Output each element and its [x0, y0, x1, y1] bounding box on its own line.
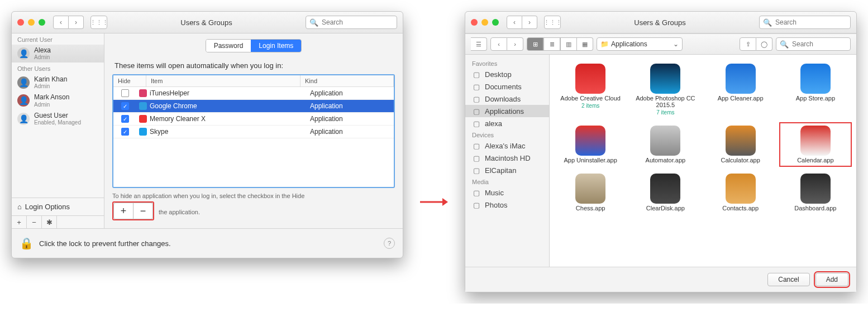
back-button[interactable]: ‹ — [53, 16, 69, 29]
sidebar-item[interactable]: ▢Macintosh HD — [465, 152, 549, 164]
hide-checkbox[interactable] — [121, 89, 129, 97]
close-icon[interactable] — [17, 19, 24, 26]
app-item[interactable]: ClearDisk.app — [629, 170, 702, 215]
app-item[interactable]: App Cleaner.app — [704, 60, 777, 119]
add-user-button[interactable]: + — [12, 216, 27, 228]
sidebar-item[interactable]: ▢Applications — [465, 105, 549, 117]
folder-icon: 📁 — [600, 40, 609, 48]
add-button[interactable]: Add — [815, 273, 848, 286]
lock-icon[interactable]: 🔒 — [20, 237, 34, 250]
search-icon: 🔍 — [780, 40, 789, 49]
devices-header: Devices — [465, 129, 549, 139]
back-button[interactable]: ‹ — [507, 16, 522, 29]
forward-button[interactable]: › — [522, 16, 537, 29]
app-item[interactable]: App Uninstaller.app — [554, 122, 627, 167]
table-row[interactable]: ✓ Google Chrome Application — [113, 100, 394, 113]
tags-button[interactable]: ◯ — [756, 37, 772, 51]
cancel-button[interactable]: Cancel — [767, 273, 809, 286]
folder-icon: ▢ — [472, 188, 481, 197]
search-input[interactable] — [321, 18, 393, 27]
app-item[interactable]: Automator.app — [629, 122, 702, 167]
sidebar-item[interactable]: ▢Downloads — [465, 93, 549, 105]
app-icon — [726, 64, 756, 94]
search-field[interactable]: 🔍 — [306, 16, 397, 29]
app-item[interactable]: App Store.app — [779, 60, 852, 119]
app-name: Adobe Photoshop CC 2015.5 — [632, 95, 698, 108]
share-button[interactable]: ⇪ — [740, 37, 756, 51]
tab-password[interactable]: Password — [206, 40, 251, 52]
current-user-header: Current User — [12, 33, 104, 45]
zoom-icon[interactable] — [492, 19, 499, 26]
user-row[interactable]: 👤 Guest UserEnabled, Managed — [12, 110, 104, 128]
finder-search[interactable]: 🔍 — [776, 37, 851, 51]
help-button[interactable]: ? — [384, 238, 395, 249]
app-item[interactable]: Calendar.app — [779, 122, 852, 167]
user-row[interactable]: 👤 Karin KhanAdmin — [12, 74, 104, 92]
house-icon: ⌂ — [17, 203, 22, 211]
app-name: Contacts.app — [722, 205, 759, 211]
hide-checkbox[interactable]: ✓ — [121, 115, 129, 123]
path-popup[interactable]: 📁 Applications ⌄ — [597, 37, 683, 51]
user-sidebar: Current User 👤 AlexaAdmin Other Users 👤 … — [12, 33, 104, 228]
user-row-current[interactable]: 👤 AlexaAdmin — [12, 45, 104, 62]
app-item[interactable]: Calculator.app — [704, 122, 777, 167]
app-icon — [726, 126, 756, 156]
hide-checkbox[interactable]: ✓ — [121, 128, 129, 136]
finder-toolbar: ☰ ‹› ⊞ ≣ ▥ ▦ 📁 Applications ⌄ ⇪◯ 🔍 — [465, 33, 856, 55]
tab-login-items[interactable]: Login Items — [251, 40, 301, 52]
app-item[interactable]: Adobe Creative Cloud 2 items — [554, 60, 627, 119]
app-icon — [800, 64, 831, 94]
table-row[interactable]: iTunesHelper Application — [113, 87, 394, 100]
sidebar-item[interactable]: ▢alexa — [465, 117, 549, 129]
app-item[interactable]: Adobe Photoshop CC 2015.5 7 items — [629, 60, 702, 119]
gear-button[interactable]: ✱ — [42, 216, 57, 228]
sidebar-item[interactable]: ▢Photos — [465, 199, 549, 211]
login-options[interactable]: ⌂ Login Options — [12, 198, 104, 215]
show-all-button[interactable]: ⋮⋮⋮ — [90, 16, 107, 29]
lock-row: 🔒 Click the lock to prevent further chan… — [12, 228, 403, 258]
view-columns[interactable]: ▥ — [560, 37, 577, 51]
zoom-icon[interactable] — [39, 19, 45, 26]
remove-item-button[interactable]: − — [133, 203, 153, 219]
prefs-window: ‹ › ⋮⋮⋮ Users & Groups 🔍 Current User 👤 … — [11, 11, 403, 258]
table-row[interactable]: ✓ Memory Cleaner X Application — [113, 113, 394, 126]
sidebar-item[interactable]: ▢Alexa's iMac — [465, 139, 549, 152]
folder-icon: ▢ — [472, 153, 481, 162]
view-icons[interactable]: ⊞ — [527, 37, 543, 51]
sidebar-item[interactable]: ▢ElCapitan — [465, 164, 549, 176]
app-icon — [575, 174, 605, 204]
sidebar-item[interactable]: ▢Desktop — [465, 68, 549, 80]
add-item-button[interactable]: + — [113, 203, 133, 219]
view-gallery[interactable]: ▦ — [577, 37, 593, 51]
forward-button[interactable]: › — [69, 16, 84, 29]
minimize-icon[interactable] — [28, 19, 35, 26]
search-field[interactable]: 🔍 — [759, 16, 851, 29]
folder-icon: ▢ — [472, 107, 481, 116]
search-icon: 🔍 — [763, 18, 772, 27]
sidebar-item[interactable]: ▢Documents — [465, 80, 549, 93]
avatar-icon: 👤 — [17, 113, 30, 125]
app-item[interactable]: Contacts.app — [704, 170, 777, 215]
view-list[interactable]: ≣ — [543, 37, 560, 51]
user-row[interactable]: 👤 Mark AnsonAdmin — [12, 92, 104, 109]
app-item[interactable]: Chess.app — [554, 170, 627, 215]
sidebar-toggle[interactable]: ☰ — [471, 37, 487, 51]
remove-user-button[interactable]: − — [27, 216, 42, 228]
app-item[interactable]: Dashboard.app — [779, 170, 852, 215]
hide-checkbox[interactable]: ✓ — [121, 102, 129, 110]
minimize-icon[interactable] — [481, 19, 488, 26]
app-icon — [139, 128, 147, 136]
folder-icon: ▢ — [472, 70, 481, 79]
arrow-icon — [420, 196, 448, 208]
item-kind: Application — [306, 102, 394, 110]
app-name: Calendar.app — [797, 157, 833, 163]
table-row[interactable]: ✓ Skype Application — [113, 126, 394, 138]
close-icon[interactable] — [471, 19, 478, 26]
show-all-button[interactable]: ⋮⋮⋮ — [544, 16, 561, 29]
titlebar: ‹› ⋮⋮⋮ Users & Groups 🔍 — [465, 12, 856, 33]
nav-back[interactable]: ‹ — [490, 37, 507, 51]
hide-hint-line2: the application. — [159, 209, 200, 215]
login-items-table: Hide Item Kind iTunesHelper Application✓… — [112, 74, 395, 188]
sidebar-item[interactable]: ▢Music — [465, 186, 549, 199]
nav-forward[interactable]: › — [507, 37, 523, 51]
